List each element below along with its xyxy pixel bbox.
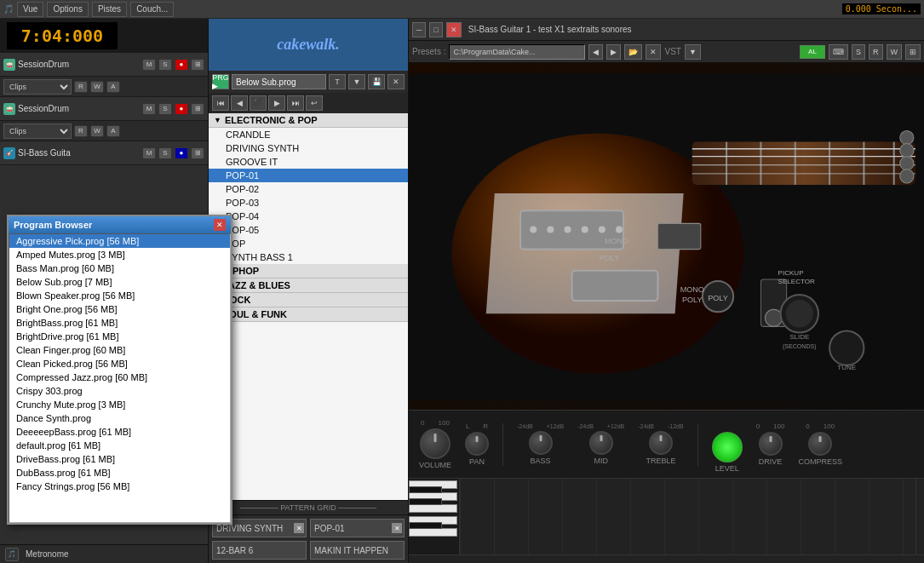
piano-key-white[interactable] <box>409 528 457 537</box>
couch-menu[interactable]: Couch... <box>130 2 174 17</box>
tree-category[interactable]: ▶ JAZZ & BLUES <box>209 279 408 293</box>
track-a-2[interactable]: A <box>106 125 120 137</box>
volume-knob[interactable] <box>420 428 451 459</box>
save-preset-btn[interactable]: 💾 <box>368 74 385 89</box>
return-btn[interactable]: ↩ <box>306 95 323 111</box>
track-r-1[interactable]: R <box>74 81 88 93</box>
browser-item[interactable]: Bright One.prog [56 MB] <box>9 302 230 316</box>
tree-item[interactable]: DRIVING SYNTH <box>209 141 408 155</box>
close-preset-btn[interactable]: ✕ <box>646 44 661 60</box>
vst-maximize[interactable]: □ <box>429 22 442 37</box>
step-fwd-btn[interactable]: ▶ <box>268 95 285 111</box>
treble-knob[interactable] <box>649 431 673 455</box>
browser-item[interactable]: Blown Speaker.prog [56 MB] <box>9 289 230 302</box>
scrollbar-vertical[interactable] <box>915 479 924 563</box>
track-ctrl-3[interactable]: ⊞ <box>191 147 204 159</box>
browser-item[interactable]: Compressed Jazz.prog [60 MB] <box>9 371 230 384</box>
track-ctrl-2[interactable]: ⊞ <box>191 103 204 115</box>
next-preset-btn[interactable]: ▶ <box>606 44 621 60</box>
s-btn[interactable]: S <box>852 44 865 60</box>
track-a-1[interactable]: A <box>106 81 120 93</box>
tree-category[interactable]: ▶ ROCK <box>209 293 408 307</box>
nav-menu-btn[interactable]: ▼ <box>348 74 365 89</box>
piano-key-black[interactable] <box>409 486 442 493</box>
browser-item[interactable]: Crispy 303.prog <box>9 384 230 398</box>
tree-item[interactable]: POP-02 <box>209 182 408 196</box>
browser-item[interactable]: Aggressive Pick.prog [56 MB] <box>9 234 230 248</box>
browser-item[interactable]: BrightDrive.prog [61 MB] <box>9 330 230 343</box>
track-w-2[interactable]: W <box>90 125 104 137</box>
browser-item[interactable]: DeeeeepBass.prog [61 MB] <box>9 425 230 439</box>
piano-roll[interactable] <box>409 479 924 563</box>
tree-item[interactable]: GROOVE IT <box>209 155 408 169</box>
browser-item[interactable]: Clean Picked.prog [56 MB] <box>9 357 230 371</box>
preset-tree[interactable]: ▼ ELECTRONIC & POPCRANDLEDRIVING SYNTHGR… <box>209 113 408 500</box>
slot-2-top[interactable]: POP-01 ✕ <box>310 519 405 537</box>
tree-item[interactable]: POP-03 <box>209 196 408 210</box>
track-w-1[interactable]: W <box>90 81 104 93</box>
vue-menu[interactable]: Vue <box>17 2 43 17</box>
w-btn[interactable]: W <box>887 44 903 60</box>
browser-item[interactable]: Dance Synth.prog <box>9 411 230 425</box>
browser-item[interactable]: DriveBass.prog [61 MB] <box>9 452 230 466</box>
track-r-2[interactable]: R <box>74 125 88 137</box>
slot-1-close[interactable]: ✕ <box>294 523 304 533</box>
browser-item[interactable]: BrightBass.prog [61 MB] <box>9 316 230 330</box>
tree-item[interactable]: SYNTH BASS 1 <box>209 250 408 264</box>
track-rec-2[interactable]: ● <box>175 103 188 115</box>
mid-knob[interactable] <box>589 431 613 455</box>
compress-knob[interactable] <box>808 432 832 456</box>
metronome-icon[interactable]: 🎵 <box>5 548 19 561</box>
close-preset-btn[interactable]: ✕ <box>387 74 405 89</box>
piano-key-black[interactable] <box>409 522 442 529</box>
browser-item[interactable]: default.prog [61 MB] <box>9 439 230 452</box>
step-back-btn[interactable]: ◀ <box>231 95 248 111</box>
vst-close[interactable]: ✕ <box>446 22 462 37</box>
browser-item[interactable]: Bass Man.prog [60 MB] <box>9 261 230 275</box>
pan-knob[interactable] <box>465 432 489 456</box>
track-rec-1[interactable]: ● <box>175 59 188 71</box>
clips-select-2[interactable]: Clips <box>3 124 72 139</box>
clips-select-1[interactable]: Clips <box>3 79 72 95</box>
browser-item[interactable]: Fancy Strings.prog [56 MB] <box>9 480 230 493</box>
track-solo-3[interactable]: S <box>158 147 172 159</box>
prg-button[interactable]: PRG ▶ <box>212 74 229 89</box>
slot-2-close[interactable]: ✕ <box>392 523 402 533</box>
skip-back-btn[interactable]: ⏮ <box>212 95 229 111</box>
level-indicator[interactable] <box>712 432 743 462</box>
bass-knob[interactable] <box>529 431 553 455</box>
load-preset-btn[interactable]: 📂 <box>624 44 642 60</box>
options-btn[interactable]: ⊞ <box>905 44 921 60</box>
slot-2-bottom[interactable]: MAKIN IT HAPPEN <box>310 541 405 560</box>
pattern-btn[interactable]: T <box>329 74 346 89</box>
browser-close-button[interactable]: ✕ <box>214 219 226 231</box>
track-mute-2[interactable]: M <box>142 103 156 115</box>
track-rec-3[interactable]: ● <box>175 147 188 159</box>
tree-item[interactable]: POP-05 <box>209 223 408 237</box>
piano-key-black[interactable] <box>409 498 442 505</box>
scrollbar-horizontal[interactable] <box>409 554 924 563</box>
track-solo-2[interactable]: S <box>158 103 172 115</box>
tree-category[interactable]: ▶ HIPHOP <box>209 264 408 279</box>
browser-list[interactable]: Aggressive Pick.prog [56 MB]Amped Mutes.… <box>9 233 231 523</box>
drive-knob[interactable] <box>759 432 783 456</box>
vst-settings-btn[interactable]: ▼ <box>685 44 701 60</box>
options-menu[interactable]: Options <box>47 2 88 17</box>
browser-item[interactable]: Below Sub.prog [7 MB] <box>9 275 230 289</box>
vst-minimize[interactable]: ─ <box>412 22 426 37</box>
browser-item[interactable]: Amped Mutes.prog [3 MB] <box>9 248 230 261</box>
browser-item[interactable]: Crunchy Mute.prog [3 MB] <box>9 398 230 411</box>
skip-fwd-btn[interactable]: ⏭ <box>287 95 304 111</box>
tree-category[interactable]: ▼ ELECTRONIC & POP <box>209 113 408 128</box>
track-mute-1[interactable]: M <box>142 59 156 71</box>
browser-item[interactable]: DubBass.prog [61 MB] <box>9 466 230 480</box>
pistes-menu[interactable]: Pistes <box>92 2 127 17</box>
tree-item[interactable]: POP-04 <box>209 210 408 223</box>
stop-btn[interactable]: ⬛ <box>250 95 267 111</box>
track-ctrl-1[interactable]: ⊞ <box>191 59 204 71</box>
prev-preset-btn[interactable]: ◀ <box>588 44 603 60</box>
track-solo-1[interactable]: S <box>158 59 172 71</box>
tree-item[interactable]: CRANDLE <box>209 128 408 141</box>
browser-item[interactable]: Clean Finger.prog [60 MB] <box>9 343 230 357</box>
tree-item[interactable]: POP-01 <box>209 169 408 182</box>
